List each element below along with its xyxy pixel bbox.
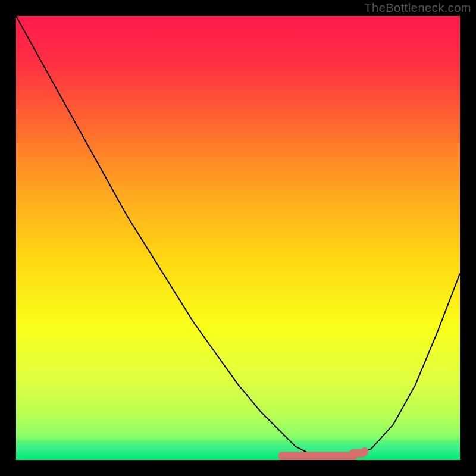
plot-area xyxy=(16,16,460,460)
curve-chart xyxy=(16,16,460,460)
gradient-background xyxy=(16,16,460,460)
chart-frame: TheBottleneck.com xyxy=(0,0,476,476)
watermark-text: TheBottleneck.com xyxy=(364,1,471,15)
optimal-band xyxy=(16,440,460,460)
trough-marker-dot xyxy=(361,447,368,455)
